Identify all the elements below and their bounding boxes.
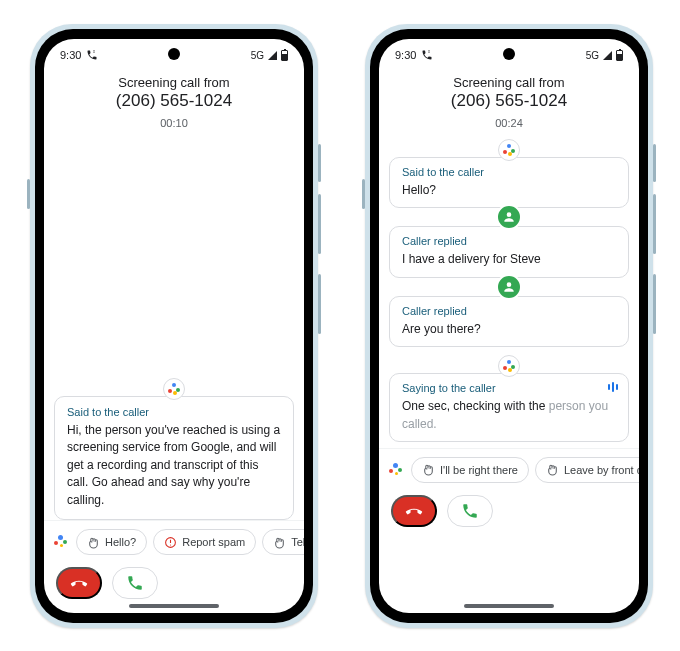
phone-side-button [318, 194, 321, 254]
chip-tell-me-more[interactable]: Tell me mo [262, 529, 304, 555]
phone-hangup-icon [405, 502, 423, 520]
front-camera [503, 48, 515, 60]
front-camera [168, 48, 180, 60]
assistant-icon [389, 463, 403, 477]
nav-bar[interactable] [464, 604, 554, 608]
card-label: Said to the caller [402, 166, 616, 178]
phone-side-button [318, 144, 321, 182]
transcript-card: Said to the caller Hi, the person you've… [54, 396, 294, 520]
person-icon [502, 210, 516, 224]
phone-side-button [653, 194, 656, 254]
chip-hello[interactable]: Hello? [76, 529, 147, 555]
header-phone-number: (206) 565-1024 [44, 90, 304, 111]
card-label: Caller replied [402, 305, 616, 317]
phone-mockup-left: 9:30 5G Screening call from (206) 565-10… [30, 24, 318, 628]
suggestion-chip-row: Hello? Report spam Tell me mo [44, 520, 304, 561]
phone-icon [126, 574, 144, 592]
transcript: Said to the caller Hello? Caller replied… [379, 133, 639, 442]
battery-icon [616, 50, 623, 61]
phone-hangup-icon [70, 574, 88, 592]
suggestion-chip-row: I'll be right there Leave by front door [379, 448, 639, 489]
call-active-icon [86, 49, 98, 61]
phone-side-button [362, 179, 365, 209]
card-text: Are you there? [402, 321, 616, 338]
transcript-card: Caller replied Are you there? [389, 296, 629, 347]
nav-bar[interactable] [129, 604, 219, 608]
call-active-icon [421, 49, 433, 61]
header-line1: Screening call from [44, 75, 304, 90]
svg-point-1 [170, 544, 171, 545]
phone-mockup-right: 9:30 5G Screening call from (206) 565-10… [365, 24, 653, 628]
assistant-avatar [498, 139, 520, 161]
assistant-avatar [498, 355, 520, 377]
assistant-avatar [163, 378, 185, 400]
card-text: One sec, checking with the person you ca… [402, 398, 616, 433]
hang-up-button[interactable] [56, 567, 102, 599]
card-label: Said to the caller [67, 406, 281, 418]
answer-button[interactable] [112, 567, 158, 599]
waving-hand-icon [422, 463, 435, 476]
card-label: Caller replied [402, 235, 616, 247]
header-line1: Screening call from [379, 75, 639, 90]
chip-label: Hello? [105, 536, 136, 548]
transcript-card: Caller replied I have a delivery for Ste… [389, 226, 629, 277]
chip-be-right-there[interactable]: I'll be right there [411, 457, 529, 483]
transcript-card: Said to the caller Hello? [389, 157, 629, 208]
card-label: Saying to the caller [402, 382, 616, 394]
transcript: Said to the caller Hi, the person you've… [44, 378, 304, 520]
card-text: Hi, the person you've reached is using a… [67, 422, 281, 509]
chip-label: Leave by front door [564, 464, 639, 476]
chip-label: Tell me mo [291, 536, 304, 548]
header-timer: 00:10 [44, 111, 304, 129]
call-header: Screening call from (206) 565-1024 00:10 [44, 65, 304, 133]
speaking-indicator-icon [608, 382, 618, 392]
status-time: 9:30 [395, 49, 416, 61]
phone-side-button [653, 274, 656, 334]
chip-report-spam[interactable]: Report spam [153, 529, 256, 555]
answer-button[interactable] [447, 495, 493, 527]
transcript-card-live: Saying to the caller One sec, checking w… [389, 373, 629, 442]
waving-hand-icon [87, 536, 100, 549]
status-network-label: 5G [251, 50, 264, 61]
caller-avatar [496, 274, 522, 300]
person-icon [502, 280, 516, 294]
card-text: Hello? [402, 182, 616, 199]
header-timer: 00:24 [379, 111, 639, 129]
card-text: I have a delivery for Steve [402, 251, 616, 268]
status-time: 9:30 [60, 49, 81, 61]
caller-avatar [496, 204, 522, 230]
assistant-icon [54, 535, 68, 549]
header-phone-number: (206) 565-1024 [379, 90, 639, 111]
waving-hand-icon [546, 463, 559, 476]
chip-label: I'll be right there [440, 464, 518, 476]
call-action-bar [379, 489, 639, 541]
phone-side-button [27, 179, 30, 209]
call-header: Screening call from (206) 565-1024 00:24 [379, 65, 639, 133]
hang-up-button[interactable] [391, 495, 437, 527]
battery-icon [281, 50, 288, 61]
status-network-label: 5G [586, 50, 599, 61]
report-spam-icon [164, 536, 177, 549]
waving-hand-icon [273, 536, 286, 549]
phone-icon [461, 502, 479, 520]
signal-icon [268, 51, 277, 60]
chip-label: Report spam [182, 536, 245, 548]
chip-leave-by-door[interactable]: Leave by front door [535, 457, 639, 483]
phone-side-button [653, 144, 656, 182]
signal-icon [603, 51, 612, 60]
phone-side-button [318, 274, 321, 334]
